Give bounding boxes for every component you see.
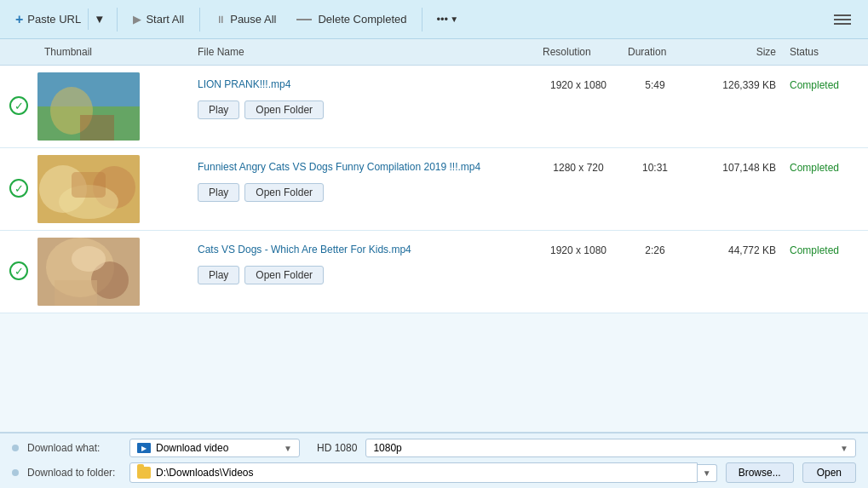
svg-point-14 — [72, 246, 106, 272]
delete-icon — [296, 19, 312, 20]
thumbnail-1 — [37, 72, 140, 141]
delete-completed-button[interactable]: Delete Completed — [288, 9, 415, 30]
table-row: ✓ Cats VS Dogs - Which Are Better For Ki… — [0, 231, 868, 313]
item-status-1: Completed — [783, 72, 868, 98]
thumbnail-2 — [37, 155, 140, 223]
paste-url-button[interactable]: + Paste URL — [9, 8, 88, 32]
item-filename-1: LION PRANK!!!.mp4 — [198, 78, 529, 92]
item-info-2: Funniest Angry Cats VS Dogs Funny Compil… — [191, 155, 536, 207]
check-circle-3: ✓ — [9, 261, 28, 280]
separator-1 — [117, 8, 118, 32]
chevron-down-icon: ▼ — [94, 13, 105, 26]
item-size-2: 107,148 KB — [689, 155, 783, 181]
hamburger-line-1 — [834, 14, 851, 16]
th-resolution: Resolution — [536, 44, 621, 60]
pause-icon: ⏸ — [216, 14, 226, 26]
play-button-3[interactable]: Play — [198, 266, 239, 284]
check-circle-1: ✓ — [9, 96, 28, 115]
quality-label: HD 1080 — [308, 442, 357, 454]
open-folder-button-3[interactable]: Open Folder — [244, 266, 324, 284]
start-all-label: Start All — [146, 13, 184, 26]
item-resolution-1: 1920 x 1080 — [536, 72, 621, 98]
play-icon: ▶ — [133, 13, 141, 26]
download-what-value: Download video — [156, 442, 279, 454]
item-actions-3: Play Open Folder — [198, 266, 529, 284]
open-button[interactable]: Open — [802, 462, 856, 483]
thumbnail-3 — [37, 238, 140, 306]
pause-all-button[interactable]: ⏸ Pause All — [207, 9, 285, 30]
svg-rect-13 — [55, 280, 97, 306]
open-folder-button-2[interactable]: Open Folder — [244, 183, 324, 202]
item-check-1: ✓ — [0, 72, 37, 115]
browse-button[interactable]: Browse... — [726, 462, 794, 483]
th-duration: Duration — [621, 44, 689, 60]
bottom-bar: Download what: ▶ Download video ▼ HD 108… — [0, 433, 868, 488]
download-what-row: Download what: ▶ Download video ▼ HD 108… — [12, 439, 856, 457]
download-to-dot — [12, 469, 19, 476]
paste-url-group: + Paste URL ▼ — [9, 8, 110, 32]
download-to-label: Download to folder: — [27, 467, 121, 479]
hamburger-line-3 — [834, 23, 851, 25]
item-size-1: 126,339 KB — [689, 72, 783, 98]
th-size: Size — [689, 44, 783, 60]
item-duration-1: 5:49 — [621, 72, 689, 98]
menu-button[interactable] — [825, 8, 859, 32]
folder-path-arrow[interactable]: ▼ — [698, 464, 717, 482]
paste-url-label: Paste URL — [27, 13, 81, 26]
folder-arrow-icon: ▼ — [703, 468, 711, 478]
item-actions-1: Play Open Folder — [198, 100, 529, 119]
th-status: Status — [783, 44, 868, 60]
folder-icon — [137, 467, 151, 479]
more-dropdown-arrow: ▼ — [450, 14, 458, 24]
video-icon: ▶ — [137, 443, 151, 453]
item-actions-2: Play Open Folder — [198, 183, 529, 202]
th-thumbnail: Thumbnail — [37, 44, 191, 60]
item-check-3: ✓ — [0, 238, 37, 280]
item-status-2: Completed — [783, 155, 868, 181]
more-button[interactable]: ••• ▼ — [429, 9, 465, 30]
download-what-label: Download what: — [27, 442, 121, 454]
item-status-3: Completed — [783, 238, 868, 263]
th-filename: File Name — [191, 44, 536, 60]
pause-all-label: Pause All — [230, 13, 276, 26]
item-filename-2: Funniest Angry Cats VS Dogs Funny Compil… — [198, 160, 529, 175]
item-check-2: ✓ — [0, 155, 37, 198]
separator-2 — [199, 8, 200, 32]
separator-3 — [422, 8, 423, 32]
delete-completed-label: Delete Completed — [318, 13, 406, 26]
item-duration-3: 2:26 — [621, 238, 689, 263]
download-what-select[interactable]: ▶ Download video ▼ — [129, 439, 300, 457]
plus-icon: + — [15, 12, 23, 27]
more-icon: ••• — [436, 13, 448, 26]
download-to-row: Download to folder: D:\Downloads\Videos … — [12, 462, 856, 483]
item-resolution-3: 1920 x 1080 — [536, 238, 621, 263]
paste-url-dropdown-button[interactable]: ▼ — [88, 9, 110, 30]
toolbar: + Paste URL ▼ ▶ Start All ⏸ Pause All De… — [0, 0, 868, 39]
th-check — [0, 44, 37, 60]
open-folder-button-1[interactable]: Open Folder — [244, 100, 324, 119]
item-filename-3: Cats VS Dogs - Which Are Better For Kids… — [198, 243, 529, 257]
quality-value: 1080p — [373, 442, 401, 454]
download-what-dot — [12, 445, 19, 451]
folder-path-group: D:\Downloads\Videos ▼ — [129, 462, 717, 483]
play-button-2[interactable]: Play — [198, 183, 239, 202]
svg-rect-9 — [72, 172, 106, 198]
select-arrow-icon: ▼ — [284, 444, 292, 453]
table-row: ✓ Funniest Angry Cats VS Dogs Funny Comp… — [0, 148, 868, 231]
hamburger-line-2 — [834, 19, 851, 20]
quality-select[interactable]: 1080p ▼ — [365, 439, 856, 457]
item-info-3: Cats VS Dogs - Which Are Better For Kids… — [191, 238, 536, 290]
play-button-1[interactable]: Play — [198, 100, 239, 119]
table-header: Thumbnail File Name Resolution Duration … — [0, 39, 868, 66]
start-all-button[interactable]: ▶ Start All — [124, 9, 193, 30]
item-duration-2: 10:31 — [621, 155, 689, 181]
item-resolution-2: 1280 x 720 — [536, 155, 621, 181]
svg-rect-4 — [80, 115, 114, 141]
check-circle-2: ✓ — [9, 179, 28, 198]
table-row: ✓ LION PRANK!!!.mp4 Play Open Folder 192… — [0, 66, 868, 148]
quality-arrow-icon: ▼ — [840, 444, 848, 453]
folder-path-select[interactable]: D:\Downloads\Videos — [129, 462, 698, 483]
item-size-3: 44,772 KB — [689, 238, 783, 263]
item-info-1: LION PRANK!!!.mp4 Play Open Folder — [191, 72, 536, 124]
download-list: ✓ LION PRANK!!!.mp4 Play Open Folder 192… — [0, 66, 868, 433]
